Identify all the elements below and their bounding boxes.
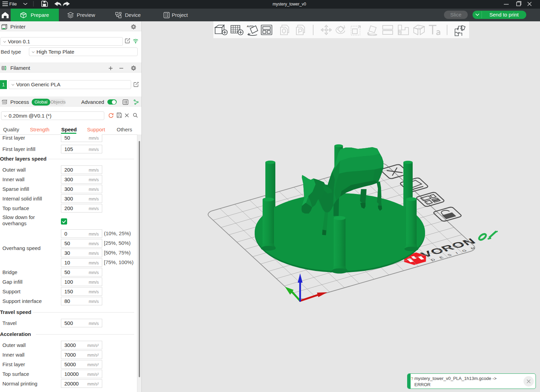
svg-text:AUTO: AUTO <box>247 25 254 28</box>
svg-text:File: File <box>9 1 17 7</box>
